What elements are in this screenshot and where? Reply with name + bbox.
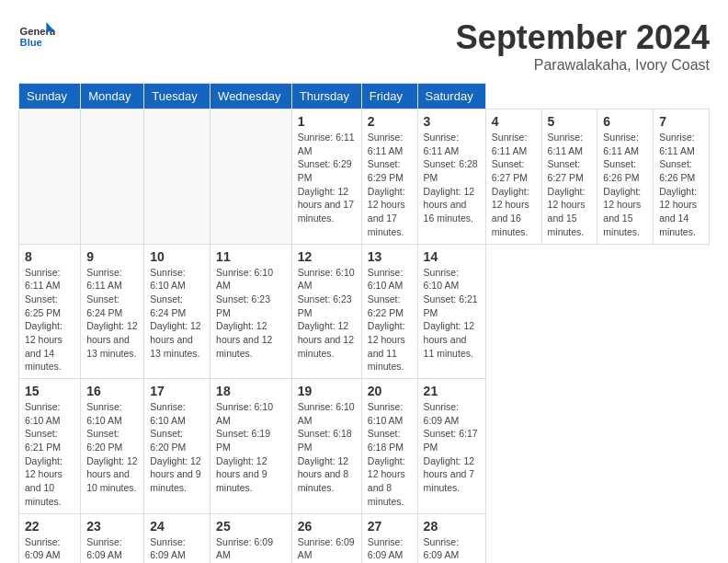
day-number: 18 — [216, 384, 286, 398]
day-number: 16 — [86, 384, 138, 398]
col-header-thursday: Thursday — [291, 84, 361, 109]
calendar-cell: 11 Sunrise: 6:10 AM Sunset: 6:23 PM Dayl… — [210, 244, 292, 379]
empty-cell — [81, 109, 144, 245]
day-number: 4 — [492, 114, 536, 129]
calendar-header-row: SundayMondayTuesdayWednesdayThursdayFrid… — [19, 84, 710, 109]
calendar-cell: 26 Sunrise: 6:09 AM Sunset: 6:14 PM Dayl… — [291, 513, 361, 563]
day-info: Sunrise: 6:10 AM Sunset: 6:20 PM Dayligh… — [86, 400, 138, 495]
day-info: Sunrise: 6:09 AM Sunset: 6:16 PM Dayligh… — [25, 535, 74, 564]
calendar-cell: 22 Sunrise: 6:09 AM Sunset: 6:16 PM Dayl… — [19, 513, 81, 563]
day-number: 12 — [298, 249, 356, 264]
calendar-row: 1 Sunrise: 6:11 AM Sunset: 6:29 PM Dayli… — [19, 109, 710, 245]
calendar-cell: 8 Sunrise: 6:11 AM Sunset: 6:25 PM Dayli… — [19, 244, 81, 379]
day-number: 28 — [424, 519, 480, 534]
calendar-cell: 5 Sunrise: 6:11 AM Sunset: 6:27 PM Dayli… — [541, 109, 597, 245]
month-title: September 2024 — [456, 18, 710, 57]
day-info: Sunrise: 6:10 AM Sunset: 6:23 PM Dayligh… — [216, 266, 286, 361]
day-number: 25 — [216, 519, 286, 534]
day-number: 8 — [25, 249, 74, 264]
day-info: Sunrise: 6:10 AM Sunset: 6:23 PM Dayligh… — [298, 266, 356, 361]
calendar-row: 8 Sunrise: 6:11 AM Sunset: 6:25 PM Dayli… — [19, 244, 710, 379]
logo-icon: General Blue — [18, 18, 55, 55]
calendar-table: SundayMondayTuesdayWednesdayThursdayFrid… — [18, 83, 710, 563]
day-info: Sunrise: 6:10 AM Sunset: 6:20 PM Dayligh… — [150, 400, 204, 495]
col-header-wednesday: Wednesday — [210, 84, 292, 109]
calendar-cell: 6 Sunrise: 6:11 AM Sunset: 6:26 PM Dayli… — [597, 109, 654, 245]
day-info: Sunrise: 6:09 AM Sunset: 6:14 PM Dayligh… — [298, 535, 356, 564]
day-number: 1 — [298, 114, 356, 129]
svg-text:Blue: Blue — [20, 37, 42, 48]
day-info: Sunrise: 6:11 AM Sunset: 6:24 PM Dayligh… — [86, 266, 138, 361]
day-number: 22 — [25, 519, 74, 534]
day-info: Sunrise: 6:10 AM Sunset: 6:21 PM Dayligh… — [424, 266, 480, 361]
calendar-cell: 14 Sunrise: 6:10 AM Sunset: 6:21 PM Dayl… — [417, 244, 485, 379]
day-number: 10 — [150, 249, 204, 264]
day-number: 9 — [86, 249, 138, 264]
day-info: Sunrise: 6:09 AM Sunset: 6:13 PM Dayligh… — [368, 535, 412, 564]
day-number: 6 — [603, 114, 647, 129]
calendar-cell: 20 Sunrise: 6:10 AM Sunset: 6:18 PM Dayl… — [361, 379, 417, 514]
calendar-cell: 4 Sunrise: 6:11 AM Sunset: 6:27 PM Dayli… — [485, 109, 541, 245]
col-header-monday: Monday — [81, 84, 144, 109]
calendar-cell: 7 Sunrise: 6:11 AM Sunset: 6:26 PM Dayli… — [654, 109, 710, 245]
day-info: Sunrise: 6:09 AM Sunset: 6:16 PM Dayligh… — [86, 535, 138, 564]
day-info: Sunrise: 6:09 AM Sunset: 6:13 PM Dayligh… — [424, 535, 480, 564]
day-number: 20 — [368, 384, 412, 398]
col-header-saturday: Saturday — [417, 84, 485, 109]
calendar-cell: 23 Sunrise: 6:09 AM Sunset: 6:16 PM Dayl… — [81, 513, 144, 563]
calendar-row: 15 Sunrise: 6:10 AM Sunset: 6:21 PM Dayl… — [19, 379, 710, 514]
day-number: 5 — [548, 114, 592, 129]
calendar-cell: 15 Sunrise: 6:10 AM Sunset: 6:21 PM Dayl… — [19, 379, 81, 514]
calendar-cell: 27 Sunrise: 6:09 AM Sunset: 6:13 PM Dayl… — [361, 513, 417, 563]
calendar-cell: 1 Sunrise: 6:11 AM Sunset: 6:29 PM Dayli… — [291, 109, 361, 245]
day-info: Sunrise: 6:10 AM Sunset: 6:24 PM Dayligh… — [150, 266, 204, 361]
day-number: 2 — [368, 114, 412, 129]
day-info: Sunrise: 6:09 AM Sunset: 6:15 PM Dayligh… — [216, 535, 286, 564]
day-info: Sunrise: 6:10 AM Sunset: 6:18 PM Dayligh… — [368, 400, 412, 509]
calendar-cell: 10 Sunrise: 6:10 AM Sunset: 6:24 PM Dayl… — [144, 244, 210, 379]
day-number: 14 — [424, 249, 480, 264]
day-number: 23 — [86, 519, 138, 534]
day-number: 15 — [25, 384, 74, 398]
calendar-cell: 25 Sunrise: 6:09 AM Sunset: 6:15 PM Dayl… — [210, 513, 292, 563]
location-subtitle: Parawalakaha, Ivory Coast — [456, 57, 710, 74]
empty-cell — [19, 109, 81, 245]
day-number: 24 — [150, 519, 204, 534]
col-header-friday: Friday — [361, 84, 417, 109]
day-info: Sunrise: 6:11 AM Sunset: 6:28 PM Dayligh… — [424, 131, 480, 225]
empty-cell — [210, 109, 292, 245]
calendar-cell: 21 Sunrise: 6:09 AM Sunset: 6:17 PM Dayl… — [417, 379, 485, 514]
day-number: 11 — [216, 249, 286, 264]
calendar-cell: 19 Sunrise: 6:10 AM Sunset: 6:18 PM Dayl… — [291, 379, 361, 514]
day-info: Sunrise: 6:10 AM Sunset: 6:21 PM Dayligh… — [25, 400, 74, 509]
calendar-cell: 24 Sunrise: 6:09 AM Sunset: 6:15 PM Dayl… — [144, 513, 210, 563]
day-number: 26 — [298, 519, 356, 534]
col-header-tuesday: Tuesday — [144, 84, 210, 109]
calendar-cell: 18 Sunrise: 6:10 AM Sunset: 6:19 PM Dayl… — [210, 379, 292, 514]
calendar-cell: 2 Sunrise: 6:11 AM Sunset: 6:29 PM Dayli… — [361, 109, 417, 245]
page-header: General Blue September 2024 Parawalakaha… — [18, 18, 710, 74]
day-info: Sunrise: 6:11 AM Sunset: 6:27 PM Dayligh… — [548, 131, 592, 239]
calendar-cell: 12 Sunrise: 6:10 AM Sunset: 6:23 PM Dayl… — [291, 244, 361, 379]
day-info: Sunrise: 6:10 AM Sunset: 6:19 PM Dayligh… — [216, 400, 286, 495]
day-number: 17 — [150, 384, 204, 398]
calendar-cell: 28 Sunrise: 6:09 AM Sunset: 6:13 PM Dayl… — [417, 513, 485, 563]
day-number: 7 — [659, 114, 703, 129]
day-number: 27 — [368, 519, 412, 534]
calendar-cell: 3 Sunrise: 6:11 AM Sunset: 6:28 PM Dayli… — [417, 109, 485, 245]
day-info: Sunrise: 6:11 AM Sunset: 6:27 PM Dayligh… — [492, 131, 536, 239]
day-info: Sunrise: 6:10 AM Sunset: 6:18 PM Dayligh… — [298, 400, 356, 495]
calendar-cell: 16 Sunrise: 6:10 AM Sunset: 6:20 PM Dayl… — [81, 379, 144, 514]
logo: General Blue — [18, 18, 60, 55]
day-info: Sunrise: 6:11 AM Sunset: 6:26 PM Dayligh… — [603, 131, 647, 239]
day-info: Sunrise: 6:11 AM Sunset: 6:29 PM Dayligh… — [368, 131, 412, 239]
day-info: Sunrise: 6:09 AM Sunset: 6:17 PM Dayligh… — [424, 400, 480, 495]
day-info: Sunrise: 6:10 AM Sunset: 6:22 PM Dayligh… — [368, 266, 412, 374]
day-number: 19 — [298, 384, 356, 398]
col-header-sunday: Sunday — [19, 84, 81, 109]
day-info: Sunrise: 6:11 AM Sunset: 6:29 PM Dayligh… — [298, 131, 356, 225]
calendar-cell: 9 Sunrise: 6:11 AM Sunset: 6:24 PM Dayli… — [81, 244, 144, 379]
day-info: Sunrise: 6:11 AM Sunset: 6:26 PM Dayligh… — [659, 131, 703, 239]
calendar-cell: 13 Sunrise: 6:10 AM Sunset: 6:22 PM Dayl… — [361, 244, 417, 379]
day-info: Sunrise: 6:11 AM Sunset: 6:25 PM Dayligh… — [25, 266, 74, 374]
